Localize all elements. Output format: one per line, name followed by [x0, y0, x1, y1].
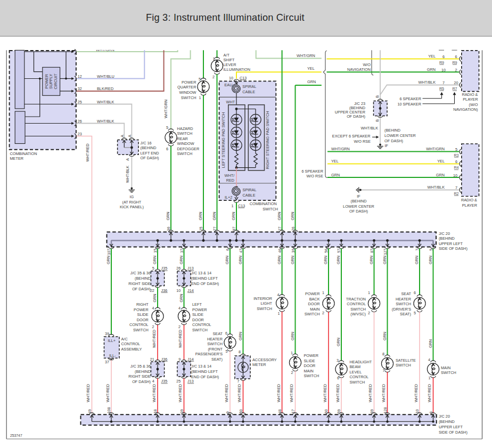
svg-text:REAR: REAR — [177, 136, 188, 141]
svg-text:MAIN: MAIN — [304, 369, 314, 373]
svg-text:R4: R4 — [454, 165, 458, 170]
svg-text:DEFOGGER: DEFOGGER — [177, 146, 200, 151]
svg-text:R7: R7 — [452, 86, 457, 91]
svg-text:4: 4 — [152, 306, 154, 311]
svg-text:GRN: GRN — [179, 256, 184, 264]
svg-text:SWITCH: SWITCH — [257, 306, 272, 311]
svg-text:6: 6 — [414, 290, 416, 295]
svg-text:6: 6 — [166, 146, 168, 151]
svg-text:(BEHIND: (BEHIND — [135, 276, 151, 281]
svg-text:ACCESSORY: ACCESSORY — [252, 357, 277, 362]
svg-text:QUARTER: QUARTER — [177, 85, 196, 89]
svg-text:18: 18 — [153, 409, 158, 413]
svg-text:2: 2 — [368, 311, 370, 315]
svg-text:(BEHIND: (BEHIND — [384, 128, 400, 133]
svg-text:HAZARD: HAZARD — [177, 126, 193, 131]
svg-text:RADIO &: RADIO & — [462, 92, 478, 97]
svg-text:25: 25 — [78, 100, 82, 104]
svg-text:ASSEMBLY: ASSEMBLY — [121, 347, 142, 352]
svg-text:10: 10 — [229, 76, 233, 80]
svg-text:J/C 35 & 36: J/C 35 & 36 — [130, 271, 151, 275]
svg-text:SWITCH: SWITCH — [396, 302, 411, 306]
svg-text:IG: IG — [130, 194, 134, 199]
svg-text:SWITCH: SWITCH — [207, 341, 223, 346]
svg-text:W/O RSE: W/O RSE — [306, 174, 323, 178]
svg-text:J14: J14 — [187, 288, 194, 293]
svg-text:5: 5 — [414, 311, 416, 315]
svg-text:SLIDE: SLIDE — [137, 312, 149, 317]
svg-text:OF DASH): OF DASH) — [141, 156, 159, 160]
svg-text:SHIFT: SHIFT — [224, 58, 235, 62]
svg-text:36: 36 — [166, 227, 171, 231]
svg-text:CABLE: CABLE — [242, 89, 255, 94]
svg-text:IF: IF — [357, 194, 360, 199]
svg-text:COMBINATION: COMBINATION — [10, 151, 37, 156]
svg-text:1: 1 — [368, 290, 370, 295]
svg-text:GRN: GRN — [179, 294, 184, 302]
svg-text:RED: RED — [226, 178, 234, 183]
svg-text:GRN: GRN — [152, 256, 157, 264]
svg-text:4: 4 — [152, 379, 154, 384]
svg-text:WHT/BLK: WHT/BLK — [419, 80, 436, 85]
svg-text:SWITCH: SWITCH — [192, 328, 208, 332]
svg-text:GRN: GRN — [428, 256, 433, 264]
svg-text:LEFT STEERING PAD SWITCH: LEFT STEERING PAD SWITCH — [221, 112, 226, 168]
svg-text:GRN: GRN — [277, 256, 282, 264]
svg-text:A/C: A/C — [121, 337, 128, 341]
svg-text:SLIDE: SLIDE — [192, 312, 203, 317]
svg-text:INTERIOR: INTERIOR — [253, 296, 272, 301]
svg-text:SWITCH: SWITCH — [305, 312, 320, 316]
svg-text:WHT/GRN: WHT/GRN — [163, 100, 168, 118]
svg-text:2: 2 — [322, 311, 324, 315]
svg-text:SWITCH: SWITCH — [263, 207, 278, 211]
svg-text:WHT/GRN: WHT/GRN — [426, 146, 445, 151]
svg-text:WHT/RED: WHT/RED — [178, 384, 183, 402]
svg-text:DOOR: DOOR — [308, 302, 320, 306]
svg-text:J/C 20: J/C 20 — [439, 414, 450, 419]
svg-text:2: 2 — [291, 370, 293, 375]
svg-text:SLIDE: SLIDE — [304, 359, 315, 363]
svg-text:5: 5 — [226, 349, 228, 354]
svg-text:108: 108 — [106, 407, 111, 413]
svg-text:DOOR: DOOR — [304, 363, 316, 368]
svg-text:J/C 20: J/C 20 — [439, 231, 450, 236]
svg-text:A: A — [125, 158, 130, 161]
svg-text:YEL: YEL — [437, 159, 445, 164]
svg-text:3: 3 — [337, 358, 339, 363]
svg-text:6: 6 — [455, 54, 457, 59]
svg-text:WHT/RED: WHT/RED — [224, 384, 229, 402]
svg-text:ILL+: ILL+ — [108, 338, 116, 343]
svg-text:9: 9 — [225, 411, 230, 413]
svg-text:GRN: GRN — [106, 256, 111, 264]
svg-text:87: 87 — [370, 249, 374, 253]
svg-text:J/C 16: J/C 16 — [141, 141, 152, 145]
svg-text:NAVIGATION): NAVIGATION) — [453, 107, 478, 112]
svg-text:OF DASH): OF DASH) — [349, 209, 368, 214]
svg-text:WHT/RED: WHT/RED — [335, 384, 340, 402]
svg-text:(BEHIND: (BEHIND — [439, 419, 455, 424]
svg-text:8: 8 — [239, 349, 241, 354]
svg-text:POWER: POWER — [182, 80, 196, 85]
svg-text:J35: J35 — [161, 379, 168, 384]
svg-text:26: 26 — [78, 119, 82, 124]
svg-text:6: 6 — [442, 54, 445, 59]
svg-text:HEADLIGHT: HEADLIGHT — [350, 360, 372, 364]
svg-text:R9: R9 — [452, 60, 457, 65]
svg-text:253747: 253747 — [10, 434, 22, 437]
svg-text:WHT/RED: WHT/RED — [427, 384, 432, 402]
svg-text:1: 1 — [429, 376, 431, 380]
svg-text:RIGHT: RIGHT — [136, 302, 149, 307]
svg-text:IF: IF — [385, 143, 389, 148]
svg-text:WHT/RED: WHT/RED — [85, 143, 90, 161]
svg-text:56: 56 — [324, 249, 329, 253]
svg-text:WHT/BLK: WHT/BLK — [428, 185, 445, 190]
svg-text:END OF DASH): END OF DASH) — [191, 374, 219, 379]
svg-text:RIGHT SIDE: RIGHT SIDE — [128, 281, 151, 286]
svg-text:SWITCH: SWITCH — [396, 363, 411, 368]
svg-text:GRN: GRN — [382, 332, 387, 340]
svg-text:SATELLITE: SATELLITE — [396, 358, 416, 363]
svg-text:(DRIVER'S: (DRIVER'S — [392, 307, 411, 312]
svg-text:END OF DASH): END OF DASH) — [191, 281, 219, 286]
svg-text:LEVER: LEVER — [224, 62, 236, 67]
svg-text:YEL: YEL — [428, 54, 436, 59]
